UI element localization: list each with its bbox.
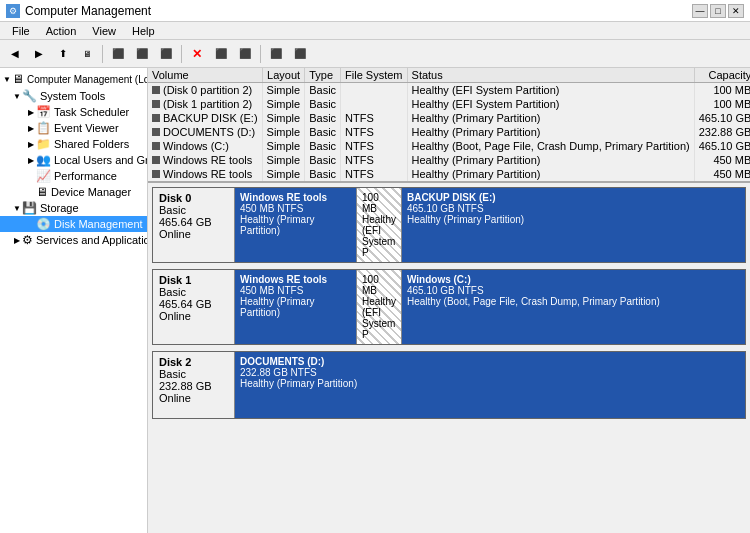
sidebar-item-disk-management[interactable]: ▶ 💿 Disk Management bbox=[0, 216, 147, 232]
forward-button[interactable]: ▶ bbox=[28, 43, 50, 65]
cell-fs: NTFS bbox=[341, 125, 407, 139]
partition[interactable]: Windows RE tools450 MB NTFSHealthy (Prim… bbox=[235, 270, 357, 344]
shared-folders-expand[interactable]: ▶ bbox=[26, 139, 36, 149]
col-header-layout[interactable]: Layout bbox=[263, 68, 305, 83]
copy-button[interactable]: ⬛ bbox=[107, 43, 129, 65]
task-scheduler-expand[interactable]: ▶ bbox=[26, 107, 36, 117]
show-hide-button[interactable]: 🖥 bbox=[76, 43, 98, 65]
disk-label: Disk 0Basic465.64 GBOnline bbox=[153, 188, 235, 262]
delete-button[interactable]: ✕ bbox=[186, 43, 208, 65]
volume-icon bbox=[152, 128, 160, 136]
table-row[interactable]: DOCUMENTS (D:)SimpleBasicNTFSHealthy (Pr… bbox=[148, 125, 750, 139]
storage-expand[interactable]: ▼ bbox=[12, 203, 22, 213]
partition-status: Healthy (EFI System P bbox=[362, 296, 396, 340]
table-row[interactable]: Windows RE toolsSimpleBasicNTFSHealthy (… bbox=[148, 167, 750, 181]
volume-name: Windows (C:) bbox=[163, 140, 229, 152]
cell-layout: Simple bbox=[263, 97, 305, 111]
partition-status: Healthy (Primary Partition) bbox=[240, 296, 351, 318]
volume-name: BACKUP DISK (E:) bbox=[163, 112, 258, 124]
sidebar-item-local-users[interactable]: ▶ 👥 Local Users and Groups bbox=[0, 152, 147, 168]
separator-1 bbox=[102, 45, 103, 63]
properties-button[interactable]: ⬛ bbox=[210, 43, 232, 65]
partition[interactable]: 100 MBHealthy (EFI System P bbox=[357, 270, 402, 344]
cell-capacity: 232.88 GB bbox=[694, 125, 750, 139]
table-row[interactable]: Windows (C:)SimpleBasicNTFSHealthy (Boot… bbox=[148, 139, 750, 153]
menu-item-view[interactable]: View bbox=[84, 24, 124, 38]
paste-button[interactable]: ⬛ bbox=[131, 43, 153, 65]
disk-visualization: Disk 0Basic465.64 GBOnlineWindows RE too… bbox=[148, 183, 750, 533]
extra-button[interactable]: ⬛ bbox=[289, 43, 311, 65]
sidebar-item-task-scheduler[interactable]: ▶ 📅 Task Scheduler bbox=[0, 104, 147, 120]
col-header-status[interactable]: Status bbox=[407, 68, 694, 83]
table-row[interactable]: BACKUP DISK (E:)SimpleBasicNTFSHealthy (… bbox=[148, 111, 750, 125]
close-button[interactable]: ✕ bbox=[728, 4, 744, 18]
sidebar-root[interactable]: ▼ 🖥 Computer Management (Local) bbox=[0, 70, 147, 88]
cell-layout: Simple bbox=[263, 125, 305, 139]
menu-item-file[interactable]: File bbox=[4, 24, 38, 38]
up-button[interactable]: ⬆ bbox=[52, 43, 74, 65]
maximize-button[interactable]: □ bbox=[710, 4, 726, 18]
partition-size: 465.10 GB NTFS bbox=[407, 285, 740, 296]
sidebar-item-device-manager[interactable]: ▶ 🖥 Device Manager bbox=[0, 184, 147, 200]
event-viewer-label: Event Viewer bbox=[54, 122, 119, 134]
disk-type: Basic bbox=[159, 368, 228, 380]
system-tools-expand[interactable]: ▼ bbox=[12, 91, 22, 101]
task-scheduler-icon: 📅 bbox=[36, 105, 51, 119]
sidebar-item-storage[interactable]: ▼ 💾 Storage bbox=[0, 200, 147, 216]
refresh-button[interactable]: ⬛ bbox=[234, 43, 256, 65]
cell-layout: Simple bbox=[263, 139, 305, 153]
cell-layout: Simple bbox=[263, 111, 305, 125]
minimize-button[interactable]: — bbox=[692, 4, 708, 18]
disk-partitions: Windows RE tools450 MB NTFSHealthy (Prim… bbox=[235, 188, 745, 262]
disk-label: Disk 1Basic465.64 GBOnline bbox=[153, 270, 235, 344]
cell-fs bbox=[341, 83, 407, 98]
event-viewer-expand[interactable]: ▶ bbox=[26, 123, 36, 133]
help-button[interactable]: ⬛ bbox=[265, 43, 287, 65]
sidebar-item-services-apps[interactable]: ▶ ⚙ Services and Applications bbox=[0, 232, 147, 248]
sidebar-item-shared-folders[interactable]: ▶ 📁 Shared Folders bbox=[0, 136, 147, 152]
performance-label: Performance bbox=[54, 170, 117, 182]
disk-status: Online bbox=[159, 310, 228, 322]
col-header-capacity[interactable]: Capacity bbox=[694, 68, 750, 83]
undo-button[interactable]: ⬛ bbox=[155, 43, 177, 65]
local-users-expand[interactable]: ▶ bbox=[26, 155, 36, 165]
partition[interactable]: BACKUP DISK (E:)465.10 GB NTFSHealthy (P… bbox=[402, 188, 745, 262]
table-row[interactable]: (Disk 1 partition 2)SimpleBasicHealthy (… bbox=[148, 97, 750, 111]
partition-table: Volume Layout Type File System Status Ca… bbox=[148, 68, 750, 183]
cell-status: Healthy (Boot, Page File, Crash Dump, Pr… bbox=[407, 139, 694, 153]
partition[interactable]: Windows RE tools450 MB NTFSHealthy (Prim… bbox=[235, 188, 357, 262]
back-button[interactable]: ◀ bbox=[4, 43, 26, 65]
col-header-type[interactable]: Type bbox=[305, 68, 341, 83]
partition[interactable]: 100 MBHealthy (EFI System P bbox=[357, 188, 402, 262]
sidebar-item-event-viewer[interactable]: ▶ 📋 Event Viewer bbox=[0, 120, 147, 136]
col-header-volume[interactable]: Volume bbox=[148, 68, 263, 83]
cell-capacity: 465.10 GB bbox=[694, 111, 750, 125]
table-row[interactable]: Windows RE toolsSimpleBasicNTFSHealthy (… bbox=[148, 153, 750, 167]
cell-volume: (Disk 0 partition 2) bbox=[148, 83, 263, 97]
partition-size: 232.88 GB NTFS bbox=[240, 367, 740, 378]
computer-icon: 🖥 bbox=[12, 72, 24, 86]
volume-name: (Disk 1 partition 2) bbox=[163, 98, 252, 110]
partition[interactable]: Windows (C:)465.10 GB NTFSHealthy (Boot,… bbox=[402, 270, 745, 344]
menu-item-action[interactable]: Action bbox=[38, 24, 85, 38]
menu-item-help[interactable]: Help bbox=[124, 24, 163, 38]
table-row[interactable]: (Disk 0 partition 2)SimpleBasicHealthy (… bbox=[148, 83, 750, 98]
cell-type: Basic bbox=[305, 125, 341, 139]
volume-icon bbox=[152, 114, 160, 122]
services-expand[interactable]: ▶ bbox=[12, 235, 22, 245]
root-expand[interactable]: ▼ bbox=[2, 74, 12, 84]
partition[interactable]: DOCUMENTS (D:)232.88 GB NTFSHealthy (Pri… bbox=[235, 352, 745, 418]
sidebar-item-performance[interactable]: ▶ 📈 Performance bbox=[0, 168, 147, 184]
sidebar-item-system-tools[interactable]: ▼ 🔧 System Tools bbox=[0, 88, 147, 104]
disk-mgmt-icon: 💿 bbox=[36, 217, 51, 231]
separator-2 bbox=[181, 45, 182, 63]
event-viewer-icon: 📋 bbox=[36, 121, 51, 135]
window-controls[interactable]: — □ ✕ bbox=[692, 4, 744, 18]
cell-capacity: 100 MB bbox=[694, 83, 750, 98]
partition-name: BACKUP DISK (E:) bbox=[407, 192, 740, 203]
col-header-fs[interactable]: File System bbox=[341, 68, 407, 83]
partition-name: DOCUMENTS (D:) bbox=[240, 356, 740, 367]
partition-status: Healthy (Primary Partition) bbox=[240, 378, 740, 389]
disk-row: Disk 1Basic465.64 GBOnlineWindows RE too… bbox=[152, 269, 746, 345]
menu-bar: FileActionViewHelp bbox=[0, 22, 750, 40]
